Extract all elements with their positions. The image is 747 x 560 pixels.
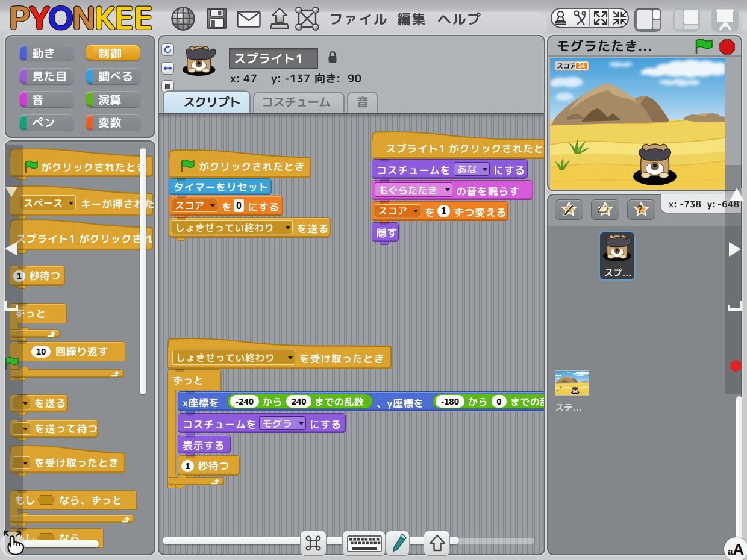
svg-text:?: ? — [637, 204, 643, 214]
